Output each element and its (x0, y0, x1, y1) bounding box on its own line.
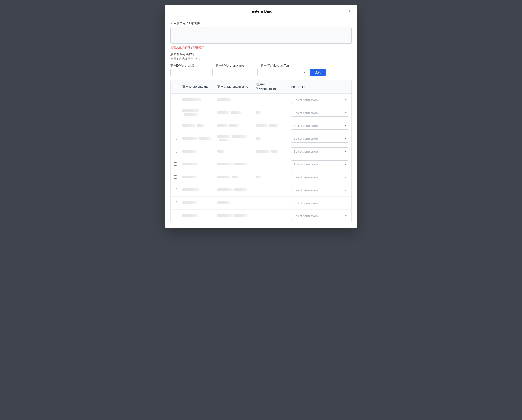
col-header-name: 商户名/MerchantName (215, 80, 253, 94)
row-9-merchant-id (180, 210, 215, 222)
table-row: Select permission▾ (171, 106, 351, 119)
modal-header: Invite & Bind × (165, 5, 357, 17)
row-2-checkbox-cell (171, 119, 180, 132)
row-0-merchant-name (215, 94, 253, 106)
row-9-checkbox[interactable] (174, 214, 177, 217)
backdrop: Invite & Bind × 输入新的电子邮件地址 请输入正确的电子邮件格式 … (0, 0, 522, 420)
row-2-checkbox[interactable] (174, 124, 177, 127)
row-5-permission-select-wrap: Select permission▾ (291, 160, 348, 168)
row-9-merchant-name (215, 210, 253, 222)
row-9-permission-select[interactable]: Select permission (291, 212, 348, 220)
modal-title: Invite & Bind (250, 9, 272, 14)
row-5-permission-cell: Select permission▾ (288, 158, 351, 171)
row-6-permission-cell: Select permission▾ (288, 171, 351, 184)
row-8-permission-cell: Select permission▾ (288, 197, 351, 210)
email-textarea[interactable] (170, 27, 352, 44)
merchant-name-label: 商户名/MerchantName (215, 64, 258, 68)
row-9-permission-select-wrap: Select permission▾ (291, 212, 348, 220)
row-2-permission-select[interactable]: Select permission (291, 122, 348, 130)
merchant-name-input[interactable] (215, 69, 258, 76)
row-0-permission-cell: Select permission▾ (288, 94, 351, 106)
row-0-checkbox[interactable] (174, 98, 177, 101)
col-header-permission: Permission (288, 80, 351, 94)
row-5-permission-select[interactable]: Select permission (291, 160, 348, 168)
table-row: Select permission▾ (171, 158, 351, 171)
row-0-merchant-tag (253, 94, 288, 106)
query-button[interactable]: 查询 (310, 69, 326, 76)
merchant-tag-select[interactable] (261, 69, 307, 76)
row-0-checkbox-cell (171, 94, 180, 106)
row-8-checkbox-cell (171, 197, 180, 210)
merchant-tag-filter-group: 商户标签/MerchantTag ▾ (261, 64, 307, 76)
table-row: Select permission▾ (171, 171, 351, 184)
table-row: Select permission▾ (171, 132, 351, 145)
row-1-permission-select[interactable]: Select permission (291, 109, 348, 117)
row-8-permission-select-wrap: Select permission▾ (291, 199, 348, 207)
row-4-checkbox[interactable] (174, 150, 177, 153)
row-6-merchant-id (180, 171, 215, 184)
close-button[interactable]: × (348, 8, 353, 14)
row-6-permission-select[interactable]: Select permission (291, 173, 348, 181)
select-all-checkbox[interactable] (174, 85, 177, 88)
bind-section-title: 新添加绑定商户号 (170, 52, 352, 56)
row-3-permission-cell: Select permission▾ (288, 132, 351, 145)
row-3-permission-select-wrap: Select permission▾ (291, 135, 348, 142)
row-0-merchant-id (180, 94, 215, 106)
merchant-id-input[interactable] (170, 69, 213, 76)
row-8-permission-select[interactable]: Select permission (291, 199, 348, 207)
row-6-checkbox-cell (171, 171, 180, 184)
select-all-header (171, 80, 180, 94)
row-3-checkbox[interactable] (174, 137, 177, 140)
row-4-checkbox-cell (171, 145, 180, 158)
row-3-merchant-id (180, 132, 215, 145)
row-4-permission-select[interactable]: Select permission (291, 147, 348, 155)
row-3-merchant-name (215, 132, 253, 145)
merchant-tag-select-wrap: ▾ (261, 69, 307, 76)
row-5-merchant-id (180, 158, 215, 171)
row-4-merchant-tag (253, 145, 288, 158)
row-4-merchant-id (180, 145, 215, 158)
row-6-checkbox[interactable] (174, 175, 177, 179)
row-1-merchant-tag (253, 106, 288, 119)
row-2-merchant-name (215, 119, 253, 132)
row-8-checkbox[interactable] (174, 201, 177, 204)
row-0-permission-select[interactable]: Select permission (291, 96, 348, 104)
row-2-permission-select-wrap: Select permission▾ (291, 122, 348, 130)
merchants-table-container: 商户ID/MerchantID 商户名/MerchantName 商户标签/Me… (170, 80, 352, 222)
row-7-merchant-id (180, 184, 215, 197)
row-6-permission-select-wrap: Select permission▾ (291, 173, 348, 181)
row-1-permission-select-wrap: Select permission▾ (291, 109, 348, 117)
col-header-id: 商户ID/MerchantID (180, 80, 215, 94)
table-row: Select permission▾ (171, 197, 351, 210)
row-1-checkbox[interactable] (174, 111, 177, 114)
filter-row: 商户ID/MerchantID 商户名/MerchantName 商户标签/Me… (170, 64, 352, 76)
col-header-tag: 商户标签/MerchantTag (253, 80, 288, 94)
table-row: Select permission▾ (171, 145, 351, 158)
row-9-checkbox-cell (171, 210, 180, 222)
email-error-text: 请输入正确的电子邮件格式 (170, 45, 352, 49)
merchant-name-filter-group: 商户名/MerchantName (215, 64, 258, 76)
merchant-tag-label: 商户标签/MerchantTag (261, 64, 307, 68)
row-7-permission-select[interactable]: Select permission (291, 186, 348, 194)
row-7-checkbox[interactable] (174, 188, 177, 191)
row-3-merchant-tag (253, 132, 288, 145)
row-5-checkbox-cell (171, 158, 180, 171)
row-1-merchant-name (215, 106, 253, 119)
row-5-checkbox[interactable] (174, 162, 177, 166)
table-row: Select permission▾ (171, 210, 351, 222)
row-7-permission-select-wrap: Select permission▾ (291, 186, 348, 194)
row-4-merchant-name (215, 145, 253, 158)
row-3-permission-select[interactable]: Select permission (291, 135, 348, 142)
row-7-merchant-tag (253, 184, 288, 197)
row-1-checkbox-cell (171, 106, 180, 119)
row-7-merchant-name (215, 184, 253, 197)
row-4-permission-select-wrap: Select permission▾ (291, 147, 348, 155)
merchant-id-filter-group: 商户ID/MerchantID (170, 64, 213, 76)
row-8-merchant-tag (253, 197, 288, 210)
table-body: Select permission▾Select permission▾Sele… (171, 94, 351, 222)
merchant-id-label: 商户ID/MerchantID (170, 64, 213, 68)
modal-body: 输入新的电子邮件地址 请输入正确的电子邮件格式 新添加绑定商户号 使用下表选择至… (165, 17, 357, 228)
table-header-row: 商户ID/MerchantID 商户名/MerchantName 商户标签/Me… (171, 80, 351, 94)
row-4-permission-cell: Select permission▾ (288, 145, 351, 158)
row-7-permission-cell: Select permission▾ (288, 184, 351, 197)
